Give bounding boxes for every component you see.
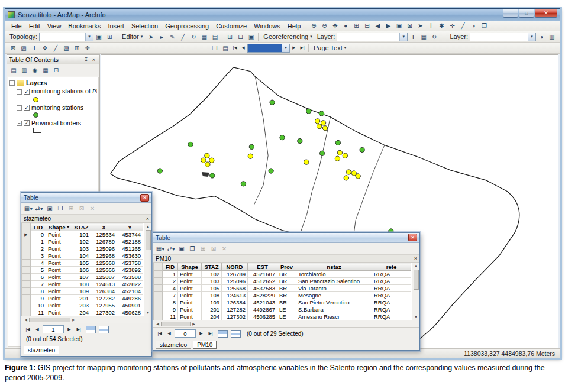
- polygon-tool-button[interactable]: ▨: [61, 43, 72, 53]
- pan-button[interactable]: ✥: [330, 21, 340, 31]
- cell[interactable]: 453892: [117, 267, 143, 274]
- cell[interactable]: 4521687: [248, 271, 277, 278]
- vertical-scrollbar[interactable]: ▲ ▼: [144, 223, 151, 316]
- related-tables-button[interactable]: ⇄▾: [34, 204, 44, 213]
- cell[interactable]: Point: [178, 299, 202, 306]
- column-header-y[interactable]: Y: [117, 223, 143, 231]
- last-page-button[interactable]: ▶|: [298, 44, 306, 52]
- cell[interactable]: 125096: [222, 278, 248, 285]
- first-record-button[interactable]: |◀: [156, 329, 164, 338]
- add-control-points-button[interactable]: ✛: [408, 32, 418, 41]
- cell[interactable]: 125096: [91, 245, 117, 252]
- first-record-button[interactable]: |◀: [24, 325, 32, 333]
- list-by-visibility-button[interactable]: ◉: [30, 66, 40, 75]
- cell[interactable]: 127955: [91, 302, 117, 309]
- cell[interactable]: 453744: [117, 231, 143, 238]
- show-selected-records-button[interactable]: [231, 330, 241, 338]
- column-header-shape[interactable]: Shape: [178, 263, 202, 271]
- georeferencing-menu-button[interactable]: Georeferencing ▾: [260, 32, 315, 42]
- collapse-icon[interactable]: −: [17, 121, 22, 126]
- snapping-point-button[interactable]: ⊞: [224, 32, 235, 41]
- cell[interactable]: 3: [31, 252, 46, 260]
- related-tables-button[interactable]: ⇄▾: [166, 244, 176, 253]
- zoom-out-button[interactable]: ⊖: [319, 21, 330, 31]
- cut-polygons-button[interactable]: ✛: [29, 43, 40, 53]
- table-row[interactable]: 6Point107125887453588: [22, 274, 143, 281]
- attribute-grid[interactable]: FIDShape *STAZXY▶0Point1011256344537441P…: [21, 223, 144, 316]
- full-extent-button[interactable]: ●: [340, 21, 351, 31]
- cell[interactable]: 4512652: [248, 278, 277, 285]
- table-row[interactable]: 2Point1031250964512652BRSan Pancrazio Sa…: [154, 278, 411, 285]
- page-setup-button[interactable]: ❐: [209, 43, 220, 53]
- cell[interactable]: Point: [178, 313, 202, 320]
- cell[interactable]: 102: [72, 238, 91, 245]
- cell[interactable]: 104: [72, 252, 91, 260]
- cell[interactable]: 203: [72, 302, 91, 309]
- cell[interactable]: 4492867: [248, 306, 277, 313]
- sheet-close-icon[interactable]: ×: [414, 255, 417, 261]
- cell[interactable]: 127302: [91, 309, 117, 316]
- previous-record-button[interactable]: ◀: [33, 325, 41, 333]
- effects-swipe-button[interactable]: ▥: [547, 32, 557, 41]
- cell[interactable]: 126789: [91, 238, 117, 245]
- sheet-tab-stazmeteo[interactable]: stazmeteo: [24, 346, 59, 354]
- georeferencing-layer-combo[interactable]: ▾: [337, 33, 408, 41]
- topology-combo[interactable]: ▾: [39, 33, 93, 41]
- cell[interactable]: RRQA: [372, 278, 411, 285]
- map-topology-button[interactable]: ▣: [93, 32, 104, 41]
- sheet-tab-pm10[interactable]: PM10: [193, 341, 217, 349]
- cell[interactable]: Point: [46, 252, 72, 260]
- cell[interactable]: 2: [163, 278, 178, 285]
- cell[interactable]: 7: [163, 292, 178, 299]
- cell[interactable]: 109: [202, 299, 222, 306]
- cell[interactable]: 8: [31, 288, 46, 295]
- toc-options-button[interactable]: ⊡: [51, 66, 62, 75]
- scroll-left-icon[interactable]: ◀: [22, 318, 29, 322]
- cell[interactable]: Point: [46, 238, 72, 245]
- column-header-nstaz[interactable]: nstaz: [296, 263, 372, 271]
- table-title-bar[interactable]: Table ✕: [153, 233, 419, 243]
- row-selector[interactable]: [154, 285, 163, 292]
- cell[interactable]: Arnesano Riesci: [296, 313, 372, 320]
- table-row[interactable]: 4Point105125668453758: [22, 260, 143, 267]
- cell[interactable]: 101: [72, 231, 91, 238]
- layer-monitoring-stations-symbol[interactable]: [33, 112, 38, 118]
- delete-selected-button[interactable]: ✕: [219, 244, 230, 253]
- column-header-fid[interactable]: FID: [163, 263, 178, 271]
- record-number-input[interactable]: 0: [175, 329, 196, 338]
- menu-help[interactable]: Help: [284, 22, 305, 30]
- cell[interactable]: Point: [46, 231, 72, 238]
- cell[interactable]: BR: [277, 285, 296, 292]
- scroll-up-icon[interactable]: ▲: [146, 223, 150, 229]
- menu-bookmarks[interactable]: Bookmarks: [64, 22, 104, 30]
- cell[interactable]: Point: [46, 288, 72, 295]
- row-selector[interactable]: [22, 252, 31, 260]
- cell[interactable]: 109: [72, 288, 91, 295]
- menu-insert[interactable]: Insert: [104, 22, 128, 30]
- cell[interactable]: RRQA: [372, 271, 411, 278]
- cell[interactable]: 4537583: [248, 285, 277, 292]
- cell[interactable]: 125968: [91, 252, 117, 260]
- minimize-button[interactable]: —: [503, 9, 518, 18]
- collapse-icon[interactable]: −: [17, 89, 22, 95]
- row-selector[interactable]: [154, 292, 163, 299]
- cell[interactable]: Point: [46, 309, 72, 316]
- cell[interactable]: S.Barbara: [296, 306, 372, 313]
- list-by-selection-button[interactable]: ▦: [40, 66, 51, 75]
- table-row[interactable]: 1Point1021267894521687BRTorchiaroloRRQA: [154, 271, 411, 278]
- cell[interactable]: BR: [277, 292, 296, 299]
- back-extent-button[interactable]: ◀: [372, 21, 383, 31]
- menu-edit[interactable]: Edit: [25, 22, 44, 30]
- snapping-edge-button[interactable]: ⊟: [235, 32, 246, 41]
- list-by-drawing-order-button[interactable]: ▤: [8, 66, 19, 75]
- row-selector[interactable]: [22, 238, 31, 245]
- cell[interactable]: 125887: [91, 274, 117, 281]
- column-header-prov[interactable]: Prov: [277, 263, 296, 271]
- select-by-attributes-button[interactable]: ▣: [176, 244, 187, 253]
- scrollbar-thumb[interactable]: [146, 230, 151, 250]
- cell[interactable]: 124613: [222, 292, 248, 299]
- table-row[interactable]: 2Point103125096451265: [22, 245, 143, 252]
- menu-customize[interactable]: Customize: [212, 22, 250, 30]
- cell[interactable]: Point: [46, 281, 72, 288]
- cell[interactable]: 11: [163, 313, 178, 320]
